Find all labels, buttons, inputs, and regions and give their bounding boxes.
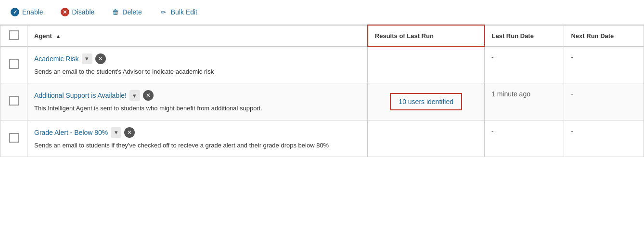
last-run-col-label: Last Run Date: [492, 32, 534, 40]
table-row: Additional Support is Available!▾✕This I…: [0, 83, 644, 120]
delete-button[interactable]: 🗑 Delete: [109, 6, 144, 18]
edit-icon: ✏: [159, 8, 168, 16]
agent-cell: Additional Support is Available!▾✕This I…: [27, 83, 368, 120]
table-row: Academic Risk▾✕Sends an email to the stu…: [0, 46, 644, 83]
agent-col-label: Agent: [34, 32, 52, 40]
row-checkbox[interactable]: [9, 96, 19, 106]
header-next-run: Next Run Date: [564, 25, 644, 46]
agent-dropdown-arrow[interactable]: ▾: [82, 53, 92, 64]
next-run-col-label: Next Run Date: [571, 32, 614, 40]
agent-name-link[interactable]: Grade Alert - Below 80%: [34, 129, 108, 136]
agents-table: Agent ▲ Results of Last Run Last Run Dat…: [0, 25, 644, 157]
trash-icon: 🗑: [112, 8, 119, 16]
delete-label: Delete: [122, 8, 142, 16]
agent-remove-button[interactable]: ✕: [124, 127, 135, 138]
toolbar: ✓ Enable ✕ Disable 🗑 Delete ✏ Bulk Edit: [0, 0, 644, 25]
results-cell: 10 users identified: [368, 83, 485, 120]
next-run-cell: -: [564, 46, 644, 83]
header-checkbox-cell: [0, 25, 27, 46]
agent-description: Sends an email to students if they've ch…: [34, 141, 361, 150]
enable-button[interactable]: ✓ Enable: [8, 6, 46, 18]
results-cell: [368, 120, 485, 157]
results-cell: [368, 46, 485, 83]
next-run-cell: -: [564, 83, 644, 120]
result-link[interactable]: 10 users identified: [390, 93, 462, 110]
agent-cell: Academic Risk▾✕Sends an email to the stu…: [27, 46, 368, 83]
agents-table-wrap: Agent ▲ Results of Last Run Last Run Dat…: [0, 25, 644, 157]
agent-name-link[interactable]: Academic Risk: [34, 55, 79, 63]
results-col-label: Results of Last Run: [375, 32, 434, 40]
agent-dropdown-arrow[interactable]: ▾: [129, 90, 140, 101]
disable-button[interactable]: ✕ Disable: [58, 6, 98, 18]
agent-dropdown-arrow[interactable]: ▾: [111, 127, 121, 138]
agent-cell: Grade Alert - Below 80%▾✕Sends an email …: [27, 120, 368, 157]
table-header-row: Agent ▲ Results of Last Run Last Run Dat…: [0, 25, 644, 46]
agent-description: This Intelligent Agent is sent to studen…: [34, 104, 361, 113]
row-checkbox[interactable]: [9, 133, 19, 143]
disable-icon: ✕: [61, 8, 69, 16]
last-run-cell: -: [485, 120, 564, 157]
table-row: Grade Alert - Below 80%▾✕Sends an email …: [0, 120, 644, 157]
sort-arrow-icon[interactable]: ▲: [55, 33, 61, 39]
bulk-edit-button[interactable]: ✏ Bulk Edit: [156, 6, 200, 18]
next-run-cell: -: [564, 120, 644, 157]
select-all-checkbox[interactable]: [9, 30, 19, 40]
row-checkbox-cell: [0, 46, 27, 83]
agent-remove-button[interactable]: ✕: [95, 53, 106, 64]
bulk-edit-label: Bulk Edit: [171, 8, 197, 16]
header-agent: Agent ▲: [27, 25, 368, 46]
disable-label: Disable: [72, 8, 95, 16]
row-checkbox-cell: [0, 83, 27, 120]
agent-name-link[interactable]: Additional Support is Available!: [34, 92, 127, 99]
last-run-cell: 1 minute ago: [485, 83, 564, 120]
enable-label: Enable: [22, 8, 43, 16]
last-run-cell: -: [485, 46, 564, 83]
header-last-run: Last Run Date: [485, 25, 564, 46]
agent-remove-button[interactable]: ✕: [143, 90, 154, 101]
enable-icon: ✓: [11, 8, 19, 16]
header-results: Results of Last Run: [368, 25, 485, 46]
agent-description: Sends an email to the student's Advisor …: [34, 67, 361, 77]
row-checkbox[interactable]: [9, 59, 19, 69]
row-checkbox-cell: [0, 120, 27, 157]
